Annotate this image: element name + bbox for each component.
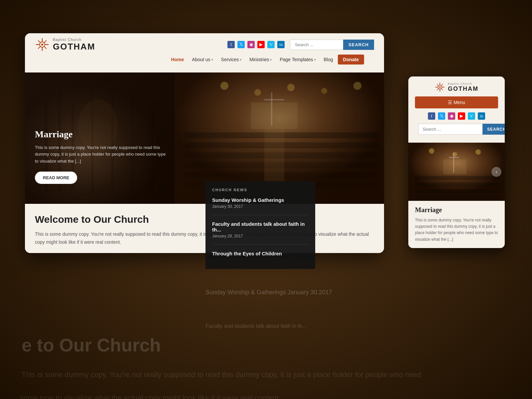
nav-ministries[interactable]: Ministries ▾ xyxy=(246,55,275,64)
svg-rect-41 xyxy=(449,157,459,158)
welcome-title: Welcome to Our Church xyxy=(35,214,374,225)
logo-title: GOTHAM xyxy=(53,42,95,52)
mobile-hero-bg xyxy=(408,143,505,201)
svg-point-30 xyxy=(439,86,441,88)
news-item-2-title: Faculty and students talk about faith in… xyxy=(212,221,309,232)
bg-faculty-text: Faculty and students talk about faith in… xyxy=(205,323,307,329)
mobile-church-art xyxy=(408,143,505,201)
logo-subtitle: Baptist Church xyxy=(53,38,95,42)
mobile-linkedin-icon[interactable]: in xyxy=(478,112,485,120)
svg-rect-40 xyxy=(453,153,454,173)
mobile-logo[interactable]: Baptist Church GOTHAM xyxy=(415,82,498,92)
instagram-icon[interactable]: ◉ xyxy=(247,41,255,48)
news-item-1-date: January 30, 2017 xyxy=(212,204,309,209)
svg-rect-38 xyxy=(415,196,500,199)
news-item-2-date: January 28, 2017 xyxy=(212,234,309,238)
main-browser-window: Baptist Church GOTHAM f 𝕏 ◉ ▶ V in SEARC… xyxy=(25,33,384,253)
mobile-vimeo-icon[interactable]: V xyxy=(468,112,475,120)
nav-home[interactable]: Home xyxy=(168,55,187,64)
news-divider-2 xyxy=(212,244,309,245)
bg-welcome-desc: This is some dummy copy. You're not real… xyxy=(22,370,421,379)
mobile-hero-image: › xyxy=(408,143,505,201)
mobile-facebook-icon[interactable]: f xyxy=(428,112,435,120)
mobile-twitter-icon[interactable]: 𝕏 xyxy=(438,112,445,120)
hero-title: Marriage xyxy=(35,129,168,140)
mobile-logo-subtitle: Baptist Church xyxy=(448,82,478,85)
mobile-logo-text: Baptist Church GOTHAM xyxy=(448,82,478,92)
mobile-search-button[interactable]: SEARCH xyxy=(482,124,505,135)
svg-rect-39 xyxy=(443,159,466,174)
site-header: Baptist Church GOTHAM f 𝕏 ◉ ▶ V in SEARC… xyxy=(25,33,384,72)
nav-blog[interactable]: Blog xyxy=(321,55,336,64)
hero-section: Marriage This is some dummy copy. You're… xyxy=(25,72,384,204)
news-item-3-title: Through the Eyes of Children xyxy=(212,251,309,256)
mobile-browser-window: Baptist Church GOTHAM ☰ Menu f 𝕏 ◉ ▶ V i… xyxy=(408,76,505,248)
read-more-button[interactable]: READ MORE xyxy=(35,172,77,184)
bg-welcome-text: e to Our Church xyxy=(22,334,161,356)
mobile-menu-button[interactable]: ☰ Menu xyxy=(415,96,498,108)
nav-donate-button[interactable]: Donate xyxy=(338,55,364,65)
bg-news-title: Sunday Worship & Gatherings January 30.2… xyxy=(205,289,332,296)
mobile-search-area: SEARCH xyxy=(415,124,498,139)
twitter-icon[interactable]: 𝕏 xyxy=(237,41,245,48)
mobile-logo-title: GOTHAM xyxy=(448,85,478,92)
mobile-logo-icon xyxy=(435,82,445,92)
about-caret: ▾ xyxy=(211,58,213,62)
svg-rect-36 xyxy=(415,183,500,187)
main-nav: Home About us ▾ Services ▾ Ministries ▾ … xyxy=(35,55,374,68)
mobile-slide-next-button[interactable]: › xyxy=(491,167,501,177)
header-right-section: f 𝕏 ◉ ▶ V in SEARCH xyxy=(227,40,374,50)
hero-description: This is some dummy copy. You're not real… xyxy=(35,144,168,165)
bg-desc-cont: some type to visualize what the actual c… xyxy=(20,394,281,399)
mobile-card-description: This is some dummy copy. You're not real… xyxy=(415,217,498,243)
header-top-bar: Baptist Church GOTHAM f 𝕏 ◉ ▶ V in SEARC… xyxy=(35,37,374,52)
linkedin-icon[interactable]: in xyxy=(277,41,285,48)
mobile-header: Baptist Church GOTHAM ☰ Menu f 𝕏 ◉ ▶ V i… xyxy=(408,76,505,143)
ministries-caret: ▾ xyxy=(270,58,272,62)
header-search-area: SEARCH xyxy=(290,40,374,50)
mobile-card-title: Marriage xyxy=(415,206,498,214)
svg-rect-37 xyxy=(415,189,500,193)
news-item-2[interactable]: Faculty and students talk about faith in… xyxy=(212,221,309,238)
welcome-description: This is some dummy copy. You're not real… xyxy=(35,230,374,246)
nav-page-templates[interactable]: Page Templates ▾ xyxy=(276,55,319,64)
site-logo[interactable]: Baptist Church GOTHAM xyxy=(35,37,95,52)
header-search-input[interactable] xyxy=(290,40,343,50)
svg-point-34 xyxy=(475,149,481,155)
news-item-1[interactable]: Sunday Worship & Gatherings January 30, … xyxy=(212,197,309,209)
church-news-panel: CHURCH NEWS Sunday Worship & Gatherings … xyxy=(205,181,315,269)
facebook-icon[interactable]: f xyxy=(227,41,235,48)
mobile-search-input[interactable] xyxy=(418,124,482,135)
logo-icon xyxy=(35,37,50,52)
mobile-social-icons: f 𝕏 ◉ ▶ V in xyxy=(415,112,498,120)
services-caret: ▾ xyxy=(240,58,241,62)
svg-point-32 xyxy=(429,148,434,154)
nav-services[interactable]: Services ▾ xyxy=(218,55,245,64)
svg-point-1 xyxy=(41,44,43,46)
header-search-button[interactable]: SEARCH xyxy=(343,40,374,50)
mobile-slide-content: Marriage This is some dummy copy. You're… xyxy=(408,201,505,248)
mobile-youtube-icon[interactable]: ▶ xyxy=(458,112,465,120)
news-panel-tag: CHURCH NEWS xyxy=(212,188,309,192)
templates-caret: ▾ xyxy=(314,58,316,62)
news-item-1-title: Sunday Worship & Gatherings xyxy=(212,197,309,203)
hero-left-content: Marriage This is some dummy copy. You're… xyxy=(35,129,168,184)
nav-about[interactable]: About us ▾ xyxy=(189,55,216,64)
welcome-content-area: Welcome to Our Church This is some dummy… xyxy=(25,204,384,253)
mobile-instagram-icon[interactable]: ◉ xyxy=(448,112,455,120)
logo-text-block: Baptist Church GOTHAM xyxy=(53,38,95,52)
news-divider-1 xyxy=(212,215,309,215)
svg-rect-35 xyxy=(415,176,500,180)
hero-left-panel: Marriage This is some dummy copy. You're… xyxy=(25,72,175,204)
youtube-icon[interactable]: ▶ xyxy=(257,41,265,48)
social-icons-bar: f 𝕏 ◉ ▶ V in xyxy=(227,41,285,48)
vimeo-icon[interactable]: V xyxy=(267,41,275,48)
news-item-3[interactable]: Through the Eyes of Children xyxy=(212,251,309,256)
